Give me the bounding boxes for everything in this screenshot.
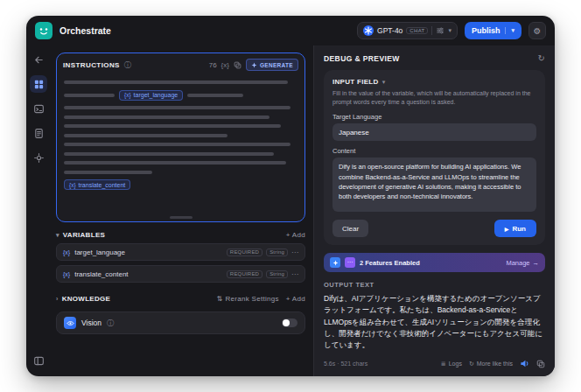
redacted-text-line [64,94,115,97]
redacted-text-line [64,106,290,109]
top-bar: Orchestrate GPT-4o CHAT ▾ Publish ▾ ⚙ [26,16,555,46]
rerank-label: Rerank Settings [225,295,278,303]
variable-row-translate-content[interactable]: {x} translate_content REQUIRED String ⋯ [56,265,305,283]
speaker-icon[interactable] [520,359,529,368]
add-knowledge-button[interactable]: + Add [286,295,305,303]
app-logo-icon[interactable] [35,22,52,39]
run-button[interactable]: ▶ Run [494,220,536,237]
gear-icon: ⚙ [534,26,542,36]
model-name: GPT-4o [377,26,402,35]
rerank-settings-button[interactable]: ⇅ Rerank Settings [216,295,278,303]
api-nav-icon[interactable] [30,149,47,166]
refresh-icon[interactable]: ↻ [538,53,545,63]
app-window: Orchestrate GPT-4o CHAT ▾ Publish ▾ ⚙ [26,16,555,376]
notes-nav-icon[interactable] [30,124,47,142]
back-icon[interactable] [30,51,47,68]
prompt-line: {x} target_language [64,90,298,101]
logs-button[interactable]: ≣ Logs [441,360,462,368]
eye-icon [64,317,76,329]
sparkle-icon [251,62,257,68]
vision-toggle[interactable] [282,318,298,327]
variable-brace-icon[interactable]: {x} [221,61,229,69]
generate-button[interactable]: GENERATE [246,59,298,71]
pill-divider [431,26,432,35]
debug-title: DEBUG & PREVIEW [324,54,400,63]
variable-name: target_language [74,248,125,256]
play-icon: ▶ [505,226,509,232]
generate-label: GENERATE [260,62,293,68]
row-menu-icon[interactable]: ⋯ [291,248,298,256]
instructions-card: INSTRUCTIONS ⓘ 76 {x} GENERATE [56,52,305,222]
input-field-title: INPUT FIELD [332,78,379,86]
redacted-text-line [64,80,288,84]
collapse-panel-icon[interactable] [30,352,47,369]
features-enabled-label: 2 Features Enabled [360,259,420,267]
prompt-editor[interactable]: {x} target_language {x} [57,74,304,221]
required-badge: REQUIRED [227,270,262,278]
knowledge-section-header[interactable]: › KNOWLEDGE ⇅ Rerank Settings + Add [56,295,305,303]
debug-panel: DEBUG & PREVIEW ↻ INPUT FIELD ▾ Fill in … [313,46,555,376]
chevron-down-icon[interactable]: ▾ [448,27,452,34]
vision-label: Vision [81,318,102,327]
main-area: INSTRUCTIONS ⓘ 76 {x} GENERATE [26,46,555,376]
variable-token-label: target_language [134,92,178,98]
copy-output-icon[interactable] [536,360,545,368]
target-language-label: Target Language [332,113,536,121]
variable-brace-icon: {x} [63,271,70,277]
prompt-line: {x} translate_content [64,179,298,190]
variable-token-translate-content[interactable]: {x} translate_content [64,179,130,190]
variable-token-target-language[interactable]: {x} target_language [119,90,183,101]
features-bar: ⋯ 2 Features Enabled Manage → [324,253,545,272]
copy-icon[interactable] [234,61,242,69]
redacted-text-line [64,152,274,156]
terminal-nav-icon[interactable] [30,100,47,117]
chevron-right-icon: › [56,296,59,302]
instructions-header: INSTRUCTIONS ⓘ 76 {x} GENERATE [57,53,304,74]
redacted-text-line [64,171,152,174]
output-title: OUTPUT TEXT [324,281,545,289]
input-field-header[interactable]: INPUT FIELD ▾ [332,78,536,86]
chevron-down-icon[interactable]: ▾ [505,27,514,34]
knowledge-title: KNOWLEDGE [62,295,111,303]
orchestrate-nav-icon[interactable] [30,75,47,93]
assistant-settings-button[interactable]: ⚙ [528,22,546,39]
publish-label: Publish [472,26,500,35]
redacted-text-line [64,124,281,128]
manage-features-button[interactable]: Manage → [506,259,539,267]
sliders-icon[interactable] [436,26,444,35]
chevron-down-icon: ▾ [382,79,386,86]
content-label: Content [332,147,536,155]
redacted-text-line [64,134,228,137]
type-badge: String [266,270,288,278]
variable-brace-icon: {x} [124,92,131,98]
run-label: Run [512,225,526,233]
model-avatar-icon [363,25,374,36]
output-footer: 5.6s · 521 chars ≣ Logs ↻ More like this [324,359,545,368]
output-section: OUTPUT TEXT Difyは、AIアプリケーションを構築するためのオープン… [324,281,545,368]
debug-header: DEBUG & PREVIEW ↻ [324,53,545,63]
page-title: Orchestrate [60,25,111,36]
model-selector[interactable]: GPT-4o CHAT ▾ [357,22,458,39]
more-like-this-button[interactable]: ↻ More like this [469,360,513,368]
scrollbar-handle[interactable] [170,216,192,219]
debug-actions: Clear ▶ Run [332,220,536,237]
nav-rail [26,46,51,376]
target-language-input[interactable] [332,123,536,141]
output-meta: 5.6s · 521 chars [324,360,368,367]
variable-row-target-language[interactable]: {x} target_language REQUIRED String ⋯ [56,243,305,261]
output-text: Difyは、AIアプリケーションを構築するためのオープンソースプラットフォームで… [324,293,545,351]
variables-section-header[interactable]: ▾ VARIABLES + Add [56,231,305,239]
clear-button[interactable]: Clear [332,220,368,237]
orchestrate-panel: INSTRUCTIONS ⓘ 76 {x} GENERATE [51,46,313,376]
row-menu-icon[interactable]: ⋯ [291,270,298,278]
content-textarea[interactable]: Dify is an open-source platform for buil… [332,158,536,212]
add-variable-button[interactable]: + Add [286,231,305,239]
redacted-text-line [64,161,286,164]
required-badge: REQUIRED [227,248,262,256]
vision-feature-card: Vision ⓘ [56,312,305,334]
toggle-knob [283,319,290,326]
manage-label: Manage [506,259,529,267]
char-count: 76 [209,61,217,69]
publish-button[interactable]: Publish ▾ [465,22,522,39]
variable-brace-icon: {x} [63,249,70,256]
